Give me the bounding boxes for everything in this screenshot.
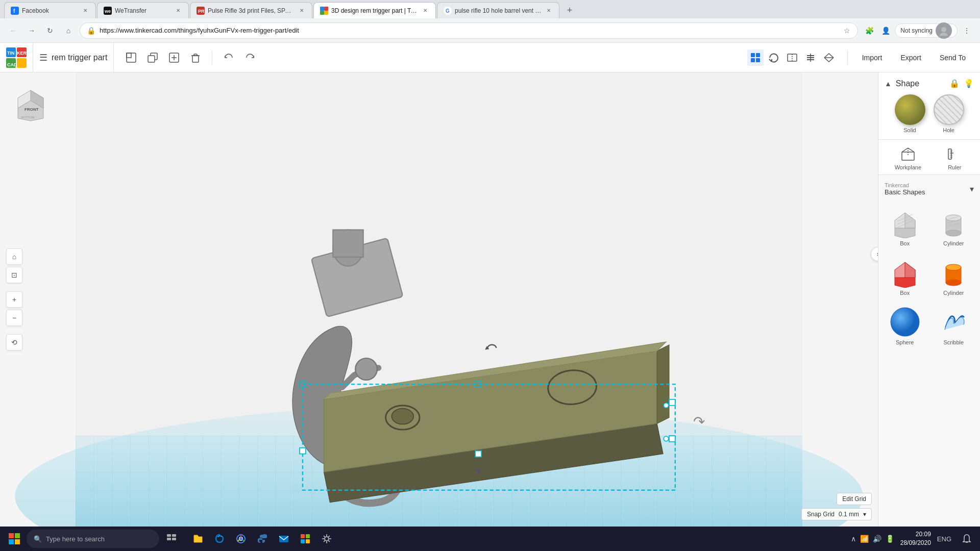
toolbar-separator-1	[212, 51, 212, 65]
reload-button[interactable]: ↻	[43, 23, 57, 38]
undo-button[interactable]	[219, 48, 238, 67]
duplicate-button[interactable]	[165, 48, 183, 67]
redo-button[interactable]	[241, 48, 259, 67]
zoom-out-button[interactable]: −	[6, 310, 22, 326]
workplane-button[interactable]: Workplane	[895, 144, 921, 170]
tab-pulse-rifle[interactable]: PR Pulse Rifle 3d print Files, SPAS c...…	[190, 2, 312, 18]
svg-rect-25	[148, 56, 155, 62]
svg-rect-23	[127, 53, 131, 58]
svg-rect-108	[15, 539, 20, 544]
svg-text:TIN: TIN	[7, 51, 15, 56]
address-bar[interactable]: 🔒 https://www.tinkercad.com/things/fyuhx…	[80, 22, 858, 39]
svg-text:CAD: CAD	[7, 62, 17, 67]
tab-facebook[interactable]: f Facebook ✕	[4, 2, 96, 18]
svg-rect-38	[788, 54, 797, 61]
svg-point-64	[391, 409, 413, 424]
tray-arrow-icon[interactable]: ∧	[851, 535, 856, 543]
shape-cylinder-orange[interactable]: Cylinder	[932, 253, 976, 298]
home-view-button[interactable]: ⌂	[6, 248, 22, 265]
tab-tinkercad[interactable]: 3D design rem trigger part | Tink... ✕	[313, 2, 436, 18]
shape-sphere-blue[interactable]: Sphere	[883, 302, 927, 347]
tab-google-close[interactable]: ✕	[545, 7, 553, 15]
mirror-view-button[interactable]	[784, 49, 800, 66]
shapes-library-header: Tinkercad Basic Shapes ▾	[883, 179, 976, 199]
align-button[interactable]	[802, 49, 819, 66]
battery-icon[interactable]: 🔋	[886, 535, 894, 543]
tab-pulse-rifle-close[interactable]: ✕	[298, 7, 306, 15]
tab-wetransfer-close[interactable]: ✕	[174, 7, 182, 15]
svg-rect-34	[751, 58, 755, 62]
svg-rect-7	[320, 7, 324, 11]
shapes-library[interactable]: Tinkercad Basic Shapes ▾	[878, 175, 980, 527]
grid-view-button[interactable]	[747, 49, 764, 66]
taskbar-store-button[interactable]	[295, 529, 315, 549]
hole-option[interactable]: Hole	[934, 94, 964, 133]
new-tab-button[interactable]: +	[562, 3, 577, 17]
delete-button[interactable]	[186, 48, 205, 67]
svg-rect-9	[320, 11, 324, 15]
workplane-label: Workplane	[895, 164, 921, 170]
tab-tinkercad-close[interactable]: ✕	[421, 7, 429, 15]
cylinder-orange-label: Cylinder	[943, 290, 964, 296]
new-shape-button[interactable]	[122, 48, 140, 67]
notification-button[interactable]	[958, 530, 976, 548]
menu-button[interactable]: ⋮	[960, 23, 974, 38]
edit-grid-button[interactable]: Edit Grid	[837, 493, 872, 505]
shapes-dropdown-icon[interactable]: ▾	[970, 184, 974, 194]
volume-icon[interactable]: 🔊	[873, 535, 881, 543]
not-syncing-button[interactable]: Not syncing	[895, 23, 958, 38]
snap-grid-arrow[interactable]: ▾	[863, 511, 866, 518]
navigation-cube[interactable]: FRONT BOTTOM	[10, 83, 51, 123]
shape-cylinder-gray[interactable]: Cylinder	[932, 203, 976, 248]
taskbar-edge-button[interactable]	[209, 529, 230, 549]
svg-point-14	[940, 33, 948, 36]
extensions-button[interactable]: 🧩	[862, 23, 876, 38]
task-view-button[interactable]	[161, 529, 182, 549]
profile-avatar[interactable]	[936, 22, 952, 39]
shape-scribble[interactable]: Scribble	[932, 302, 976, 347]
tab-google[interactable]: G pulse rifle 10 hole barrel vent - G...…	[437, 2, 559, 18]
tinkercad-logo: TIN KER CAD	[6, 47, 27, 68]
lock-shape-icon[interactable]: 🔒	[949, 79, 960, 88]
lightbulb-icon[interactable]: 💡	[964, 79, 974, 88]
taskbar-mail-button[interactable]	[274, 529, 294, 549]
star-icon[interactable]: ☆	[842, 26, 851, 35]
send-to-button[interactable]: Send To	[936, 51, 970, 65]
shape-box-red[interactable]: Box	[883, 253, 927, 298]
forward-button[interactable]: →	[24, 23, 39, 38]
taskbar-settings-button[interactable]	[316, 529, 337, 549]
back-button[interactable]: ←	[6, 23, 20, 38]
home-button[interactable]: ⌂	[61, 23, 76, 38]
shape-box-gray[interactable]: Box	[883, 203, 927, 248]
svg-text:we: we	[104, 9, 111, 14]
network-icon[interactable]: 📶	[860, 535, 869, 543]
tab-wetransfer[interactable]: we WeTransfer ✕	[97, 2, 189, 18]
tab-facebook-close[interactable]: ✕	[81, 7, 89, 15]
taskbar-chrome-button[interactable]	[231, 529, 251, 549]
shape-panel-collapse-button[interactable]: ▲	[885, 80, 892, 88]
import-button[interactable]: Import	[858, 51, 887, 65]
flip-button[interactable]	[821, 49, 837, 66]
viewport[interactable]: FRONT BOTTOM ⌂ ⊡ + − ⟲	[0, 72, 878, 527]
perspective-button[interactable]: ⟲	[6, 334, 22, 350]
copy-button[interactable]	[143, 48, 162, 67]
shape-panel-title: Shape	[896, 79, 919, 88]
export-button[interactable]: Export	[896, 51, 925, 65]
clock-date: 28/09/2020	[900, 539, 931, 547]
not-syncing-label: Not syncing	[900, 27, 933, 34]
app-area: TIN KER CAD ☰ rem trigger part	[0, 43, 980, 527]
solid-option[interactable]: Solid	[895, 94, 925, 133]
taskbar-search[interactable]: 🔍 Type here to search	[27, 530, 159, 548]
svg-rect-119	[279, 536, 288, 542]
hamburger-icon[interactable]: ☰	[39, 52, 47, 63]
taskbar-python-button[interactable]	[252, 529, 273, 549]
rotate-view-button[interactable]	[766, 49, 782, 66]
ruler-button[interactable]: Ruler	[945, 144, 964, 170]
taskbar-files-button[interactable]	[188, 529, 208, 549]
fit-view-button[interactable]: ⊡	[6, 267, 22, 283]
tinkercad-header: TIN KER CAD ☰ rem trigger part	[0, 43, 980, 72]
ruler-label: Ruler	[948, 164, 961, 170]
profile-icon[interactable]: 👤	[878, 23, 893, 38]
start-button[interactable]	[4, 529, 24, 549]
zoom-in-button[interactable]: +	[6, 291, 22, 308]
